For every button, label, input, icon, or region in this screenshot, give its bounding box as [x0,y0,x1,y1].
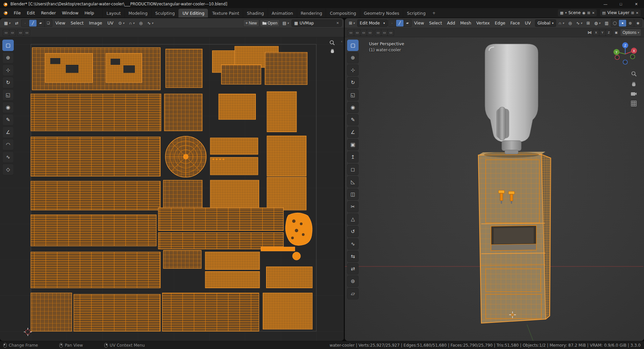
vp-tool-edge-slide[interactable]: ⇆ [347,251,359,262]
scene-selector[interactable]: ▦ ▾ Scene ◉ ⊞ ✕ [558,9,597,16]
uv-island[interactable] [158,233,283,249]
uv-island[interactable] [166,49,202,88]
uv-island-circle[interactable] [292,252,301,260]
pan-hand-icon[interactable] [330,48,335,54]
uv-tool-rotate[interactable]: ↻ [2,77,14,88]
uv-island[interactable] [163,250,201,268]
tab-animation[interactable]: Animation [268,9,297,17]
uv-select-edge-button[interactable]: ╱ [29,20,37,27]
shading-solid-button[interactable]: ● [619,20,626,27]
vp-tool-poly-build[interactable]: △ [347,213,359,225]
uv-tool-annotate[interactable]: ✎ [2,114,14,126]
uv-island[interactable] [266,267,312,288]
water-bottle-mesh[interactable] [484,44,539,158]
uv-editor-type-button[interactable]: ▦ ▾ [2,19,12,27]
uv-tool-grab[interactable]: ◠ [2,139,14,150]
viewport-canvas[interactable]: ▢ ⊕ ⊹ ↻ ◱ ◉ ✎ ∠ ▣ ↥ ◻ ◺ ◫ ✂ △ ↺ ∿ ⇆ ⇄ ⊜ [345,37,644,341]
uv-toolsetting-toggle-2[interactable]: ▭ [9,30,15,36]
snap-toggle[interactable]: ∩ ▾ [556,19,566,27]
vp-tool-select-box[interactable]: ▢ [347,40,359,51]
vp-tool-loop-cut[interactable]: ◫ [347,189,359,200]
maximize-button[interactable]: □ [613,0,629,8]
mode-selector[interactable]: Edit Mode ▾ [357,19,388,27]
tab-geometry-nodes[interactable]: Geometry Nodes [360,9,403,17]
vp-toolsetting-toggle-5[interactable]: ▭ [375,30,381,36]
vp-tool-bevel[interactable]: ◺ [347,176,359,188]
browse-image-button[interactable]: ▤ ▾ [280,19,291,27]
snap-target-toggle[interactable]: ▣ [613,30,619,36]
vp-tool-rotate[interactable]: ↻ [347,77,359,88]
select-mode-edge-button[interactable]: ╱ [396,20,404,27]
viewport-editor-type-button[interactable]: ⊞ ▾ [347,19,357,27]
water-cooler-body-mesh[interactable] [478,152,551,323]
uv-menu-select[interactable]: Select [68,19,86,27]
uv-island[interactable] [163,180,202,211]
uv-island[interactable] [164,94,202,131]
uv-toolsetting-toggle-3[interactable]: ▭ [17,30,23,36]
mirror-x-toggle[interactable]: X [593,30,599,36]
unlink-scene-icon[interactable]: ✕ [592,11,595,15]
vp-toolsetting-toggle-3[interactable]: ▭ [361,30,367,36]
select-mode-vertex-button[interactable]: ∙ [388,20,396,27]
vp-menu-mesh[interactable]: Mesh [458,19,474,27]
uv-select-island-button[interactable]: ❏ [45,20,52,27]
gizmo-y-neg-axis[interactable] [631,55,635,59]
tab-shading[interactable]: Shading [243,9,268,17]
xray-toggle[interactable]: ▥ [603,19,610,27]
tool-options-button[interactable]: Options ▾ [620,29,641,36]
shading-rendered-button[interactable]: ◉ [634,20,642,27]
tab-modeling[interactable]: Modeling [124,9,151,17]
gizmo-z-neg-axis[interactable] [623,60,628,64]
uv-island[interactable] [265,52,307,85]
vp-tool-scale[interactable]: ◱ [347,89,359,101]
overlays-toggle[interactable]: ◍ ▾ [592,19,602,27]
camera-view-icon[interactable] [631,91,637,96]
vp-toolsetting-toggle-1[interactable]: ▭ [348,30,354,36]
uv-island[interactable] [267,177,306,210]
menu-help[interactable]: Help [82,8,97,17]
menu-edit[interactable]: Edit [24,8,38,17]
uv-island[interactable] [210,157,258,175]
vp-tool-cursor[interactable]: ⊕ [347,52,359,63]
vp-tool-vertex-slide[interactable]: ⇄ [347,263,359,275]
uv-map-selector[interactable]: ▦ UVMap ✕ [291,19,342,27]
vp-tool-smooth[interactable]: ∿ [347,238,359,250]
uv-island[interactable] [74,294,160,331]
uv-island[interactable] [267,136,306,176]
uv-island[interactable] [261,247,295,251]
uv-island[interactable] [31,293,72,331]
minimize-button[interactable]: — [598,0,613,8]
uv-toolsetting-toggle-4[interactable]: ▭ [24,30,30,36]
menu-file[interactable]: File [11,8,24,17]
close-button[interactable]: ✕ [629,0,644,8]
uv-tool-pinch[interactable]: ◇ [2,164,14,175]
vp-menu-select[interactable]: Select [427,19,444,27]
uv-proportional-edit-toggle[interactable]: ◎ [137,19,145,27]
uv-pivot-button[interactable]: ⊙ ▾ [116,19,126,27]
vp-tool-measure[interactable]: ∠ [347,127,359,138]
tab-rendering[interactable]: Rendering [297,9,326,17]
tab-uv-editing[interactable]: UV Editing [178,9,208,17]
vp-tool-move[interactable]: ⊹ [347,64,359,76]
blender-app-menu-button[interactable] [0,8,11,17]
region-collapse-arrow[interactable]: ‹ [341,39,342,44]
clear-uv-map-icon[interactable]: ✕ [336,21,339,25]
uv-island[interactable] [162,293,259,331]
uv-tool-select-box[interactable]: ▢ [2,40,14,51]
uv-island[interactable] [205,252,260,269]
uv-island[interactable] [31,94,161,131]
menu-window[interactable]: Window [59,8,82,17]
uv-island[interactable] [31,252,160,288]
show-gizmo-toggle[interactable]: ⊞ [585,19,592,27]
shading-material-button[interactable]: ◍ [627,20,634,27]
uv-tool-move[interactable]: ⊹ [2,64,14,76]
uv-island[interactable] [221,65,261,84]
vp-menu-add[interactable]: Add [445,19,458,27]
uv-menu-view[interactable]: View [53,19,68,27]
dispenser-alcove[interactable] [491,226,536,251]
vp-tool-transform[interactable]: ◉ [347,102,359,113]
navigation-gizmo[interactable]: Z X Y [612,41,639,67]
zoom-icon[interactable] [329,40,335,46]
select-mode-face-button[interactable]: ▰ [404,20,411,27]
zoom-icon[interactable] [631,71,637,77]
